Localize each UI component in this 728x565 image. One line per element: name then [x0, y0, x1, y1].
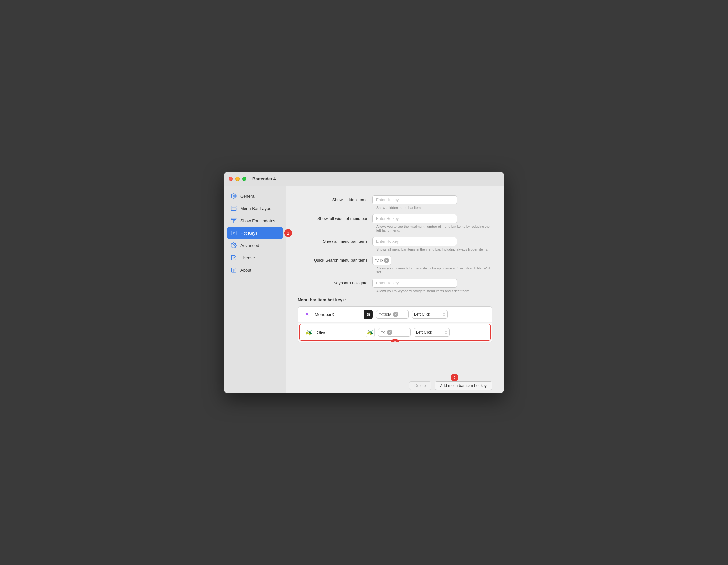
svg-rect-1 — [231, 206, 236, 207]
menubarx-name: MenubarX — [315, 312, 360, 317]
sidebar-item-show-for-updates[interactable]: Show For Updates — [227, 215, 283, 227]
sidebar-item-about[interactable]: About — [227, 264, 283, 276]
quick-search-hotkey-text: ⌥D — [375, 258, 383, 263]
sidebar-label-menu-bar-layout: Menu Bar Layout — [240, 206, 273, 211]
olive-select-arrows — [445, 331, 447, 334]
olive-click-type[interactable]: Left Click — [414, 328, 450, 336]
hotkey-row-olive[interactable]: 🫒 Olive 🫒 ⌥ ✕ Left Click — [299, 324, 491, 341]
keyboard-navigate-row: Keyboard navigate: — [298, 279, 492, 288]
menubarx-key-icon: G — [364, 310, 373, 319]
menubarx-clear-btn[interactable]: ✕ — [393, 312, 398, 317]
sidebar-label-advanced: Advanced — [240, 243, 259, 248]
hotkeys-section-title: Menu bar item hot keys: — [298, 297, 492, 302]
olive-key-combo[interactable]: ⌥ ✕ — [378, 328, 411, 336]
olive-combo-text: ⌥ — [381, 330, 386, 335]
delete-button[interactable]: Delete — [409, 381, 431, 390]
select-arrows — [443, 313, 445, 316]
menu-bar-icon — [231, 205, 237, 212]
svg-rect-2 — [231, 208, 236, 211]
show-all-input[interactable] — [372, 237, 457, 246]
sidebar-label-about: About — [240, 268, 251, 273]
quick-search-hotkey[interactable]: ⌥D ✕ — [372, 256, 391, 265]
app-title: Bartender 4 — [252, 177, 276, 181]
keyboard-navigate-hint: Allows you to keyboard navigate menu ite… — [376, 289, 492, 293]
show-all-hint: Shows all menu bar items in the menu bar… — [376, 247, 492, 251]
annotation-badge-1: 1 — [284, 229, 292, 237]
upload-icon — [231, 218, 237, 224]
minimize-button[interactable] — [235, 177, 240, 181]
sidebar-label-show-for-updates: Show For Updates — [240, 219, 275, 223]
svg-point-6 — [233, 245, 235, 247]
show-full-width-label: Show full width of menu bar: — [298, 217, 372, 221]
hotkeys-table: ✕ MenubarX G ⌥⌘M ✕ Left Click — [298, 306, 492, 342]
gear-icon — [231, 193, 237, 199]
menubarx-click-type[interactable]: Left Click — [412, 310, 448, 318]
svg-point-0 — [233, 195, 235, 197]
sidebar-item-advanced[interactable]: Advanced — [227, 240, 283, 251]
sidebar: General Menu Bar Layout — [224, 186, 286, 393]
add-hotkey-button[interactable]: Add menu bar item hot key — [435, 381, 492, 390]
license-icon — [231, 255, 237, 261]
content-area: General Menu Bar Layout — [224, 186, 504, 393]
olive-click-type-text: Left Click — [416, 330, 432, 334]
olive-key-icon: 🫒 — [366, 328, 375, 337]
keyboard-navigate-input[interactable] — [372, 279, 457, 288]
sidebar-item-menu-bar-layout[interactable]: Menu Bar Layout — [227, 203, 283, 214]
olive-icon: 🫒 — [304, 328, 314, 337]
show-all-label: Show all menu bar items: — [298, 239, 372, 244]
menubarx-icon: ✕ — [302, 310, 312, 319]
sidebar-item-license[interactable]: License — [227, 252, 283, 264]
menubarx-key-combo[interactable]: ⌥⌘M ✕ — [376, 310, 409, 318]
olive-clear-btn[interactable]: ✕ — [387, 330, 392, 335]
close-button[interactable] — [229, 177, 233, 181]
svg-rect-3 — [231, 219, 236, 220]
about-icon — [231, 267, 237, 274]
quick-search-label: Quick Search menu bar items: — [298, 258, 372, 263]
show-hidden-input[interactable] — [372, 195, 457, 205]
keyboard-navigate-label: Keyboard navigate: — [298, 281, 372, 285]
titlebar: Bartender 4 — [224, 172, 504, 186]
fullscreen-button[interactable] — [242, 177, 246, 181]
show-all-row: Show all menu bar items: — [298, 237, 492, 246]
bottom-bar: 2 Delete Add menu bar item hot key — [286, 378, 504, 393]
advanced-gear-icon — [231, 242, 237, 249]
sidebar-item-hot-keys[interactable]: Hot Keys 1 — [227, 227, 283, 239]
show-full-width-hint: Allows you to see the maximum number of … — [376, 225, 492, 233]
show-hidden-label: Show Hidden items: — [298, 198, 372, 202]
app-window: Bartender 4 General — [224, 172, 504, 393]
olive-row-wrapper: 🫒 Olive 🫒 ⌥ ✕ Left Click — [298, 322, 492, 342]
show-hidden-hint: Shows hidden menu bar items. — [376, 206, 492, 210]
sidebar-label-hot-keys: Hot Keys — [240, 231, 258, 236]
sidebar-label-general: General — [240, 194, 255, 199]
hotkey-row-menubarx[interactable]: ✕ MenubarX G ⌥⌘M ✕ Left Click — [298, 306, 492, 322]
menubarx-click-type-text: Left Click — [414, 312, 430, 317]
sidebar-item-general[interactable]: General — [227, 190, 283, 202]
quick-search-hint: Allows you to search for menu items by a… — [376, 266, 492, 274]
olive-name: Olive — [317, 330, 362, 335]
main-content: Show Hidden items: Shows hidden menu bar… — [286, 186, 504, 378]
annotation-badge-2: 2 — [451, 374, 458, 381]
hotkeys-icon — [231, 230, 237, 236]
sidebar-label-license: License — [240, 256, 255, 261]
show-full-width-input[interactable] — [372, 214, 457, 223]
menubarx-combo-text: ⌥⌘M — [379, 312, 392, 317]
show-full-width-row: Show full width of menu bar: — [298, 214, 492, 223]
quick-search-clear-btn[interactable]: ✕ — [384, 258, 389, 263]
quick-search-row: Quick Search menu bar items: ⌥D ✕ — [298, 256, 492, 265]
show-hidden-row: Show Hidden items: — [298, 195, 492, 205]
